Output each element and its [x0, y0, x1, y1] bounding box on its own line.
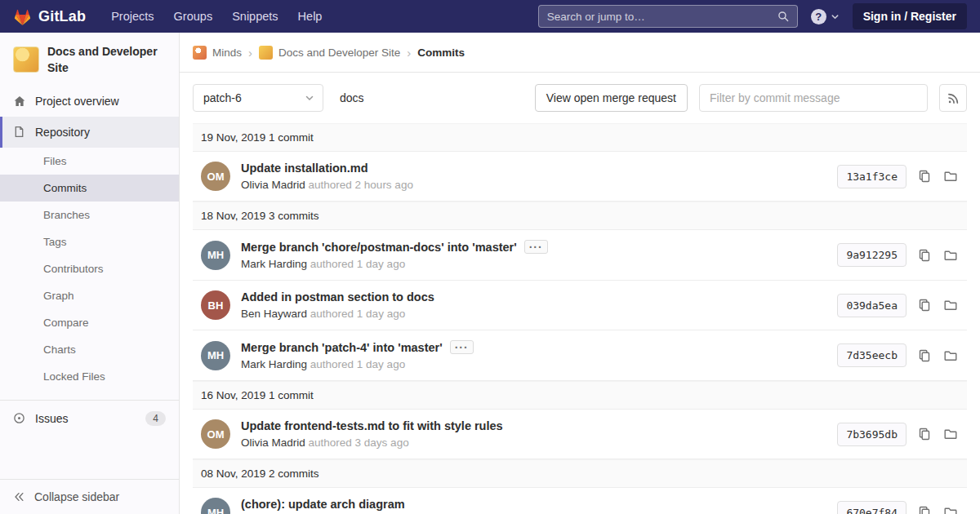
sidebar-item-repository[interactable]: Repository — [0, 117, 179, 148]
commit-title-link[interactable]: Added in postman section to docs — [241, 290, 434, 304]
copy-sha-button[interactable] — [916, 426, 933, 442]
nav-item-help[interactable]: Help — [289, 5, 332, 28]
commit-row: BH Added in postman section to docs Ben … — [193, 281, 967, 330]
commit-title-link[interactable]: (chore): update arch diagram — [241, 498, 405, 511]
commit-title-link[interactable]: Merge branch 'patch-4' into 'master' — [241, 341, 443, 354]
commit-authored-text: authored 1 day ago — [310, 308, 405, 320]
commit-sha[interactable]: 039da5ea — [837, 294, 906, 317]
sign-in-register-button[interactable]: Sign in / Register — [853, 3, 967, 29]
view-open-merge-request-button[interactable]: View open merge request — [535, 84, 688, 112]
commit-author-link[interactable]: Mark Harding — [241, 358, 307, 370]
commit-sha[interactable]: 13a1f3ce — [837, 165, 906, 188]
nav-item-groups[interactable]: Groups — [165, 5, 222, 28]
commit-date-header: 19 Nov, 2019 1 commit — [193, 123, 967, 152]
commit-group: 19 Nov, 2019 1 commit OM Update installa… — [193, 123, 967, 202]
browse-files-button[interactable] — [942, 504, 959, 514]
sidebar-item-issues[interactable]: Issues 4 — [0, 400, 179, 436]
commit-sha[interactable]: 9a912295 — [837, 243, 906, 267]
commit-title-link[interactable]: Update installation.md — [241, 162, 368, 175]
branch-selector[interactable]: patch-6 — [193, 84, 323, 112]
help-dropdown[interactable]: ? — [811, 9, 840, 24]
gitlab-logo[interactable]: GitLab — [13, 7, 86, 26]
project-sidebar: Docs and Developer Site Project overview… — [0, 33, 180, 514]
navbar-right: ? Sign in / Register — [538, 3, 967, 29]
commit-title-link[interactable]: Update frontend-tests.md to fit with sty… — [241, 419, 503, 432]
question-circle-icon: ? — [811, 9, 826, 24]
commit-author-avatar[interactable]: MH — [201, 498, 230, 514]
commit-sha[interactable]: 7d35eecb — [837, 343, 906, 367]
commit-expander-button[interactable]: ··· — [450, 340, 474, 354]
commit-author-avatar[interactable]: BH — [201, 290, 230, 320]
sidebar-subitem-commits[interactable]: Commits — [0, 175, 179, 202]
double-chevron-left-icon — [13, 491, 24, 503]
global-search-box[interactable] — [538, 5, 798, 28]
sidebar-subitem-compare[interactable]: Compare — [0, 309, 179, 336]
nav-item-projects[interactable]: Projects — [102, 5, 163, 28]
copy-sha-button[interactable] — [916, 504, 933, 514]
search-input[interactable] — [547, 11, 771, 23]
commit-actions: 13a1f3ce — [837, 165, 959, 188]
nav-item-snippets[interactable]: Snippets — [223, 5, 287, 28]
breadcrumb-project-label: Docs and Developer Site — [278, 47, 400, 59]
sidebar-subitem-locked-files[interactable]: Locked Files — [0, 363, 179, 390]
commit-author-avatar[interactable]: OM — [201, 419, 230, 449]
issues-count-badge: 4 — [145, 411, 166, 426]
breadcrumb-group-link[interactable]: Minds — [193, 46, 242, 60]
commit-date-header: 08 Nov, 2019 2 commits — [193, 459, 967, 488]
commit-row: MH Merge branch 'chore/postman-docs' int… — [193, 230, 967, 281]
commit-sha[interactable]: 7b3695db — [837, 423, 906, 446]
app-window: GitLab Projects Groups Snippets Help ? — [0, 0, 980, 514]
commit-author-avatar[interactable]: OM — [201, 162, 230, 191]
copy-sha-button[interactable] — [916, 168, 933, 184]
chevron-down-icon — [305, 93, 314, 103]
commit-author-link[interactable]: Mark Harding — [241, 258, 307, 270]
commit-list: OM Update frontend-tests.md to fit with … — [193, 410, 967, 459]
collapse-sidebar-button[interactable]: Collapse sidebar — [0, 479, 179, 514]
commit-list-area: 19 Nov, 2019 1 commit OM Update installa… — [180, 123, 980, 514]
sidebar-subitem-charts[interactable]: Charts — [0, 336, 179, 363]
navbar-left: GitLab Projects Groups Snippets Help — [13, 5, 331, 28]
sidebar-subitem-tags[interactable]: Tags — [0, 228, 179, 255]
commit-list: MH Merge branch 'chore/postman-docs' int… — [193, 230, 967, 381]
browse-files-button[interactable] — [942, 168, 959, 184]
browse-files-button[interactable] — [942, 348, 959, 364]
commit-author-avatar[interactable]: MH — [201, 241, 230, 270]
sidebar-item-project-overview[interactable]: Project overview — [0, 86, 179, 117]
commit-actions: 7d35eecb — [837, 343, 959, 367]
sidebar-subitem-files[interactable]: Files — [0, 148, 179, 175]
breadcrumb-current-page: Commits — [417, 47, 465, 59]
commit-row: MH (chore): update arch diagram Mark Har… — [193, 488, 967, 514]
commit-sha[interactable]: 670e7f84 — [837, 501, 906, 514]
commit-title-row: Merge branch 'chore/postman-docs' into '… — [241, 240, 824, 254]
commit-info: Merge branch 'chore/postman-docs' into '… — [241, 240, 824, 270]
commit-row: MH Merge branch 'patch-4' into 'master' … — [193, 330, 967, 381]
commit-author-link[interactable]: Ben Hayward — [241, 308, 307, 320]
issues-icon — [13, 412, 26, 424]
browse-files-button[interactable] — [942, 426, 959, 442]
sidebar-project-header[interactable]: Docs and Developer Site — [0, 33, 179, 86]
commit-date-header: 18 Nov, 2019 3 commits — [193, 202, 967, 230]
sidebar-subitem-contributors[interactable]: Contributors — [0, 255, 179, 282]
commits-feed-button[interactable] — [939, 84, 967, 112]
commit-expander-button[interactable]: ··· — [524, 240, 548, 254]
browse-files-button[interactable] — [942, 297, 959, 313]
copy-sha-button[interactable] — [916, 247, 933, 264]
breadcrumb-project-link[interactable]: Docs and Developer Site — [259, 46, 400, 60]
commit-author-link[interactable]: Olivia Madrid — [241, 436, 305, 449]
copy-sha-button[interactable] — [916, 348, 933, 364]
sidebar-subitem-branches[interactable]: Branches — [0, 202, 179, 228]
browse-files-button[interactable] — [942, 247, 959, 264]
commit-author-link[interactable]: Olivia Madrid — [241, 179, 305, 191]
copy-sha-button[interactable] — [916, 297, 933, 313]
sidebar-nav: Project overview Repository Files Commit… — [0, 86, 179, 436]
sidebar-subitem-graph[interactable]: Graph — [0, 282, 179, 309]
group-avatar — [193, 46, 207, 60]
filter-commit-message-input[interactable] — [699, 84, 928, 112]
commit-authored-text: authored 3 days ago — [309, 436, 409, 449]
commit-title-link[interactable]: Merge branch 'chore/postman-docs' into '… — [241, 241, 517, 254]
commit-list: OM Update installation.md Olivia Madrid … — [193, 152, 967, 202]
commit-meta: Mark Harding authored 1 day ago — [241, 358, 824, 370]
sidebar-item-label: Issues — [35, 412, 68, 425]
commit-actions: 670e7f84 — [837, 501, 959, 514]
commit-author-avatar[interactable]: MH — [201, 341, 230, 370]
